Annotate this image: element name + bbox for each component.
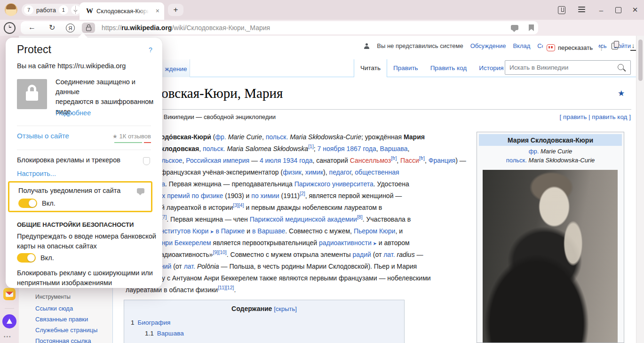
wiki-link[interactable]: фр. [215, 133, 226, 141]
tab-4[interactable]: История [473, 59, 509, 77]
wiki-link[interactable]: 1934 года [283, 157, 312, 164]
site-reviews-link[interactable]: Отзывы о сайте [17, 132, 69, 140]
history-clock-icon[interactable] [4, 22, 16, 34]
wiki-link[interactable]: общественная [355, 168, 399, 176]
sidebar-tool-link[interactable]: Служебные страницы [35, 327, 97, 334]
wiki-link[interactable]: Варшава [380, 145, 408, 152]
reference-link[interactable]: [8] [357, 214, 363, 220]
back-icon[interactable]: ← [28, 23, 36, 32]
search-box[interactable]: Искать в Википедии [505, 60, 631, 75]
user-link[interactable]: Обсуждение [470, 42, 506, 49]
mail-icon[interactable] [3, 288, 16, 300]
scrollbar-thumb[interactable] [638, 40, 643, 81]
maximize-button[interactable] [612, 4, 624, 16]
sidebar-tool-link[interactable]: Связанные правки [35, 316, 97, 323]
reference-link[interactable]: [3][4] [233, 202, 244, 208]
notifications-highlight-box: Получать уведомления от сайта Вкл. [8, 181, 152, 212]
wiki-link[interactable]: польск. [203, 145, 225, 152]
infobox-photo[interactable] [483, 170, 618, 343]
tab-2[interactable]: Править [387, 59, 424, 77]
alice-icon[interactable] [2, 314, 16, 328]
article-line: деятельница. Первая женщина — преподават… [126, 180, 483, 192]
text-segment: ), [323, 168, 329, 176]
bookmark-icon[interactable] [529, 24, 534, 31]
wiki-link[interactable]: химик [305, 168, 323, 176]
toc-hide-link[interactable]: [скрыть] [274, 305, 297, 312]
rephrase-button[interactable]: пересказать ⋮ [543, 41, 598, 54]
wiki-link[interactable]: лат. [383, 251, 395, 258]
help-link[interactable]: ? [149, 46, 152, 54]
card-warning-toggle[interactable] [17, 253, 36, 263]
reference-link[interactable]: [9][10] [213, 249, 227, 255]
wiki-link[interactable]: 7 ноября [318, 145, 345, 152]
tab-3[interactable]: Править код [424, 59, 473, 77]
text-segment: , является первой женщиной — [305, 192, 402, 199]
reference-link[interactable]: [11][12] [218, 285, 234, 290]
tab-discussion-partial[interactable]: ждение [162, 59, 190, 77]
watch-star-icon[interactable]: ★ [618, 88, 625, 98]
text-segment: . Совместно с мужем, [285, 227, 354, 235]
wiki-link[interactable]: Пьером Кюри [354, 227, 396, 235]
reference-link[interactable]: [2] [300, 191, 305, 196]
more-icon[interactable]: ••• [4, 334, 12, 339]
wiki-link[interactable]: Парижского университета [294, 180, 374, 188]
wiki-link[interactable]: Парижской медицинской академии [250, 215, 357, 223]
notification-chat-icon [137, 188, 144, 193]
reload-icon[interactable]: ↻ [49, 23, 55, 32]
protect-lock-button[interactable] [82, 23, 95, 33]
sidebar-tool-link[interactable]: Ссылки сюда [35, 305, 97, 312]
wiki-link[interactable]: Российская империя [186, 157, 249, 164]
infobox-pl-label[interactable]: польск. [506, 157, 527, 164]
wiki-link[interactable]: лат. [184, 263, 195, 270]
address-bar[interactable]: ← Я ↻ https://ru.wikipedia.org/wiki/Скло… [21, 21, 538, 34]
new-tab-button[interactable]: + [168, 4, 183, 16]
wiki-link[interactable]: в Париже [215, 227, 245, 235]
page-scrollbar[interactable] [636, 36, 644, 343]
toc-item[interactable]: 1.1Варшава [131, 328, 184, 339]
profile-avatar[interactable] [5, 3, 17, 16]
notifications-toggle[interactable] [18, 199, 37, 208]
active-browser-tab[interactable]: W Склодовская-Кюри, Ма × [80, 2, 164, 20]
tab-1[interactable]: Читать [354, 59, 387, 77]
wiki-link[interactable]: педагог [329, 168, 351, 176]
arrow-link-icon[interactable]: ➤ [208, 229, 214, 234]
minimize-button[interactable]: – [596, 4, 607, 16]
close-button[interactable]: ✕ [629, 4, 641, 16]
wiki-link[interactable]: радиоактивности [319, 239, 372, 247]
search-icon[interactable] [618, 64, 624, 70]
wiki-link[interactable]: 1867 года [347, 145, 376, 152]
tab-close-icon[interactable]: × [156, 7, 159, 15]
rephrase-menu-icon[interactable]: ⋮ [598, 44, 604, 51]
section-edit-links[interactable]: [ править | править код ] [560, 113, 631, 120]
wiki-link[interactable]: Франция [429, 157, 455, 164]
yandex-icon[interactable]: Я [66, 24, 75, 32]
arrow-link-icon[interactable]: ➤ [372, 241, 377, 246]
sidebar-panel-icon[interactable] [558, 6, 565, 14]
wiki-link[interactable]: по химии [251, 192, 279, 199]
red-link[interactable]: Пасси [400, 157, 419, 164]
infobox-fr-label[interactable]: фр. [529, 148, 539, 155]
text-segment: — Польша, в честь родины Марии Склодовск… [219, 263, 417, 270]
tab-group-chip[interactable]: 7 работа 1 [22, 4, 83, 16]
menu-icon[interactable] [578, 7, 585, 12]
reference-link[interactable]: [1] [308, 144, 314, 149]
infobox-pl-name: Maria Skłodowska-Curie [528, 157, 595, 164]
red-link[interactable]: Санселльмоз [350, 157, 391, 164]
wiki-link[interactable]: польск. [266, 133, 288, 141]
wiki-link[interactable]: в Варшаве [252, 227, 285, 235]
wiki-link[interactable]: физик [283, 168, 302, 176]
sidebar-tool-link[interactable]: Постоянная ссылка [35, 337, 97, 343]
toc-item[interactable]: 1Биография [131, 317, 184, 328]
reference-link[interactable]: [fr] [391, 155, 397, 161]
configure-link[interactable]: Настроить... [17, 170, 56, 177]
reference-link[interactable]: [fr] [419, 155, 425, 161]
collections-icon[interactable] [612, 43, 618, 49]
wiki-link[interactable]: 4 июля [260, 157, 281, 164]
user-link[interactable]: Вклад [513, 42, 530, 49]
text-segment: . Участвовала в [363, 215, 411, 223]
url-text[interactable]: https://ru.wikipedia.org/wiki/Склодовска… [102, 24, 270, 32]
wiki-link[interactable]: Институтов Кюри [156, 227, 208, 235]
comments-icon[interactable] [511, 25, 518, 30]
wiki-link[interactable]: радий [352, 251, 371, 258]
details-link[interactable]: Подробнее [56, 109, 91, 117]
